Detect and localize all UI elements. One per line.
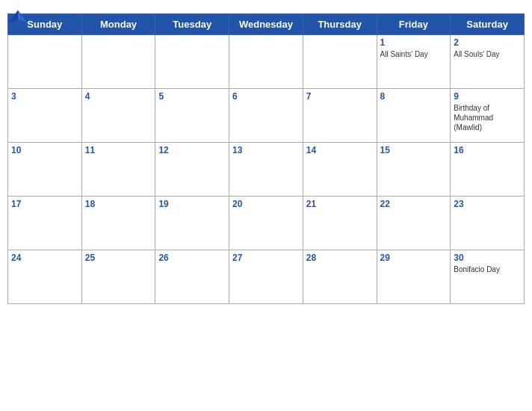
week-row-5: 24252627282930Bonifacio Day: [8, 250, 525, 304]
day-number: 6: [232, 91, 300, 102]
calendar-cell: 3: [8, 89, 82, 143]
calendar-cell: 1All Saints' Day: [377, 35, 451, 89]
calendar-cell: 4: [81, 89, 155, 143]
calendar-cell: 9Birthday of Muhammad (Mawlid): [451, 89, 525, 143]
day-number: 4: [85, 91, 152, 102]
day-number: 22: [380, 199, 448, 209]
calendar-cell: 17: [8, 197, 82, 250]
calendar-cell: 22: [377, 197, 451, 250]
calendar-cell: 10: [8, 143, 82, 197]
week-row-2: 3456789Birthday of Muhammad (Mawlid): [8, 89, 525, 143]
day-number: 10: [11, 145, 78, 155]
calendar-cell: 14: [303, 143, 377, 197]
day-number: 14: [306, 145, 374, 155]
calendar-cell: 15: [377, 143, 451, 197]
calendar-cell: 13: [229, 143, 303, 197]
day-number: 2: [454, 37, 521, 48]
day-number: 9: [454, 91, 521, 102]
day-number: 28: [306, 253, 374, 263]
calendar-cell: [303, 35, 377, 89]
calendar-cell: 16: [451, 143, 525, 197]
weekday-header-friday: Friday: [377, 14, 451, 35]
weekday-header-row: SundayMondayTuesdayWednesdayThursdayFrid…: [8, 14, 525, 35]
day-number: 11: [85, 145, 152, 155]
calendar-cell: [8, 35, 82, 89]
day-number: 26: [158, 253, 226, 263]
logo: [7, 7, 30, 28]
calendar-cell: 26: [155, 250, 229, 304]
holiday-name: All Saints' Day: [380, 49, 448, 59]
day-number: 19: [158, 199, 226, 209]
day-number: 5: [158, 91, 226, 102]
svg-marker-2: [9, 10, 18, 23]
calendar-cell: 7: [303, 89, 377, 143]
weekday-header-saturday: Saturday: [451, 14, 525, 35]
day-number: 23: [454, 199, 521, 209]
calendar-cell: 8: [377, 89, 451, 143]
calendar-cell: 19: [155, 197, 229, 250]
calendar-cell: 6: [229, 89, 303, 143]
logo-bird-icon: [7, 7, 28, 28]
day-number: 24: [11, 253, 78, 263]
holiday-name: Bonifacio Day: [454, 265, 521, 274]
calendar-cell: 2All Souls' Day: [451, 35, 525, 89]
calendar-cell: [229, 35, 303, 89]
calendar-cell: 30Bonifacio Day: [451, 250, 525, 304]
weekday-header-monday: Monday: [81, 14, 155, 35]
calendar-cell: 11: [81, 143, 155, 197]
day-number: 3: [11, 91, 78, 102]
day-number: 1: [380, 37, 448, 48]
calendar-cell: 5: [155, 89, 229, 143]
weekday-header-thursday: Thursday: [303, 14, 377, 35]
calendar-cell: [81, 35, 155, 89]
weekday-header-wednesday: Wednesday: [229, 14, 303, 35]
day-number: 12: [158, 145, 226, 155]
calendar-cell: 23: [451, 197, 525, 250]
day-number: 21: [306, 199, 374, 209]
day-number: 30: [454, 253, 521, 263]
calendar-cell: 27: [229, 250, 303, 304]
calendar-cell: 28: [303, 250, 377, 304]
calendar-cell: 21: [303, 197, 377, 250]
day-number: 25: [85, 253, 152, 263]
day-number: 18: [85, 199, 152, 209]
calendar-container: SundayMondayTuesdayWednesdayThursdayFrid…: [0, 0, 532, 411]
calendar-cell: 24: [8, 250, 82, 304]
calendar-cell: 25: [81, 250, 155, 304]
calendar-table: SundayMondayTuesdayWednesdayThursdayFrid…: [7, 13, 525, 304]
holiday-name: Birthday of Muhammad (Mawlid): [454, 103, 521, 132]
weekday-header-tuesday: Tuesday: [155, 14, 229, 35]
day-number: 20: [232, 199, 300, 209]
calendar-cell: 20: [229, 197, 303, 250]
day-number: 17: [11, 199, 78, 209]
day-number: 13: [232, 145, 300, 155]
calendar-cell: 12: [155, 143, 229, 197]
calendar-cell: 18: [81, 197, 155, 250]
calendar-cell: 29: [377, 250, 451, 304]
svg-marker-1: [18, 10, 27, 23]
week-row-4: 17181920212223: [8, 197, 525, 250]
day-number: 7: [306, 91, 374, 102]
day-number: 8: [380, 91, 448, 102]
calendar-cell: [155, 35, 229, 89]
week-row-1: 1All Saints' Day2All Souls' Day: [8, 35, 525, 89]
day-number: 27: [232, 253, 300, 263]
day-number: 29: [380, 253, 448, 263]
holiday-name: All Souls' Day: [454, 49, 521, 59]
day-number: 15: [380, 145, 448, 155]
week-row-3: 10111213141516: [8, 143, 525, 197]
day-number: 16: [454, 145, 521, 155]
